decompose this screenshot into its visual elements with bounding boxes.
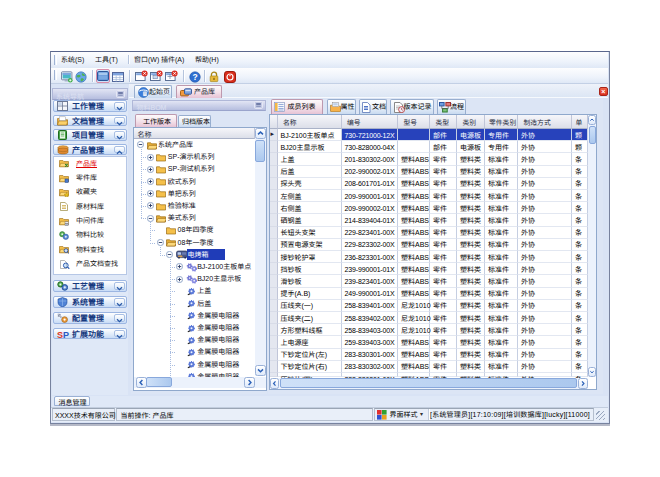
svg-text:P: P: [63, 329, 69, 338]
svg-text:?: ?: [192, 72, 197, 82]
